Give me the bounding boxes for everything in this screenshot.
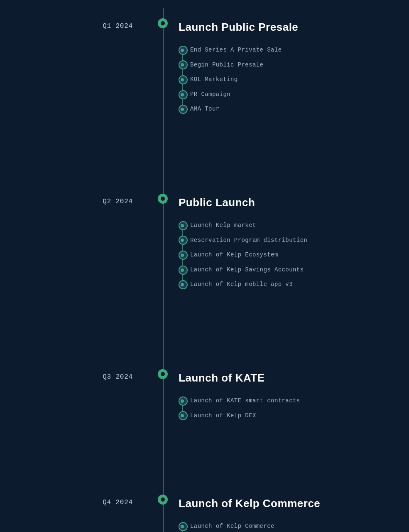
list-item: Launch of Kelp Ecosystem [179, 248, 386, 263]
section-title-q3-2024: Launch of KATE [179, 372, 386, 384]
list-item: Launch of Kelp DEX [179, 409, 386, 424]
list-item: Launch of KATE smart contracts [179, 394, 386, 409]
list-item: Launch Kelp market [179, 218, 386, 233]
section-title-q2-2024: Public Launch [179, 196, 386, 209]
list-item: KOL Marketing [179, 72, 386, 87]
section-title-q1-2024: Launch Public Presale [179, 21, 386, 34]
list-item: Reservation Program distribution [179, 233, 386, 248]
section-content-q2-2024: Public LaunchLaunch Kelp marketReservati… [179, 196, 386, 292]
list-item: PR Campaign [179, 87, 386, 102]
section-content-q4-2024: Launch of Kelp CommerceLaunch of Kelp Co… [179, 497, 386, 532]
list-item: End Series A Private Sale [179, 43, 386, 58]
main-dot-q1-2024 [158, 18, 168, 28]
list-item: Launch of Kelp Commerce [179, 519, 386, 532]
date-label-q3-2024: Q3 2024 [0, 372, 149, 381]
list-item: Launch of Kelp Savings Accounts [179, 263, 386, 278]
section-content-q1-2024: Launch Public PresaleEnd Series A Privat… [179, 21, 386, 117]
items-list-q4-2024: Launch of Kelp CommerceLaunch of Kelp Pa… [179, 519, 386, 532]
section-content-q3-2024: Launch of KATELaunch of KATE smart contr… [179, 372, 386, 423]
list-item: Launch of Kelp mobile app v3 [179, 277, 386, 292]
date-label-q2-2024: Q2 2024 [0, 196, 149, 205]
timeline-vertical-line [163, 8, 164, 532]
timeline-section-q1-2024: Q1 2024Launch Public PresaleEnd Series A… [0, 17, 409, 30]
items-list-q2-2024: Launch Kelp marketReservation Program di… [179, 218, 386, 292]
section-title-q4-2024: Launch of Kelp Commerce [179, 497, 386, 510]
list-item: AMA Tour [179, 102, 386, 117]
main-dot-q2-2024 [158, 194, 168, 204]
timeline-section-q3-2024: Q3 2024Launch of KATELaunch of KATE smar… [0, 367, 409, 381]
timeline-section-q4-2024: Q4 2024Launch of Kelp CommerceLaunch of … [0, 493, 409, 506]
items-list-q3-2024: Launch of KATE smart contractsLaunch of … [179, 394, 386, 423]
main-dot-q4-2024 [158, 495, 168, 505]
timeline-section-q2-2024: Q2 2024Public LaunchLaunch Kelp marketRe… [0, 192, 409, 205]
date-label-q4-2024: Q4 2024 [0, 497, 149, 506]
timeline-container: Q1 2024Launch Public PresaleEnd Series A… [0, 8, 409, 532]
date-label-q1-2024: Q1 2024 [0, 21, 149, 30]
items-list-q1-2024: End Series A Private SaleBegin Public Pr… [179, 43, 386, 117]
list-item: Begin Public Presale [179, 58, 386, 73]
main-dot-q3-2024 [158, 369, 168, 379]
